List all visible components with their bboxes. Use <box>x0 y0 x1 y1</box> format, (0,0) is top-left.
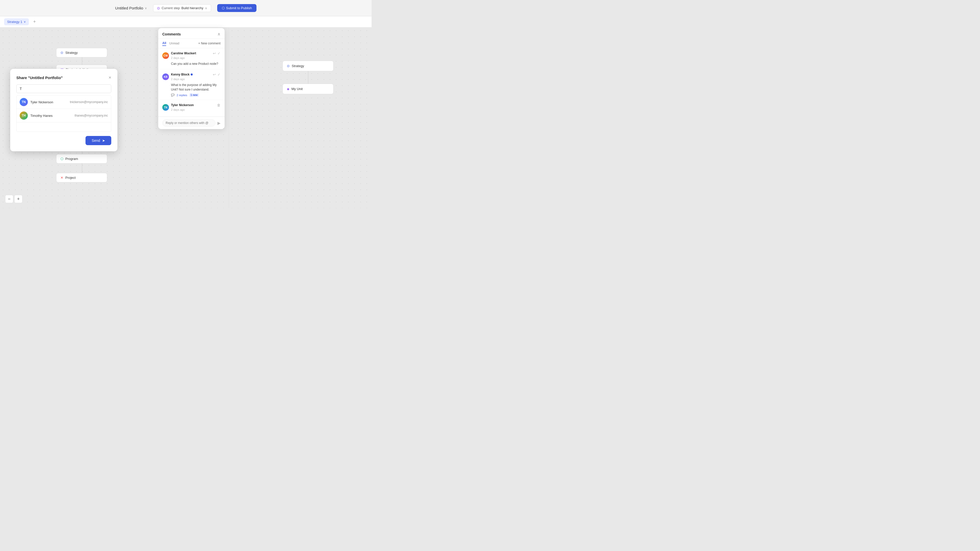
user-avatar-tyler: TN <box>20 98 28 106</box>
resolve-kenny-button[interactable]: ✓ <box>218 73 221 76</box>
comment-meta-tyler: TN Tyler Nickerson 🗑 2 days ago <box>162 103 221 112</box>
replies-icon: 💬 <box>171 94 175 97</box>
reply-input-area: ▶ <box>158 117 224 129</box>
close-icon: × <box>108 75 111 80</box>
send-arrow-icon: ➤ <box>102 138 105 143</box>
zoom-out-button[interactable]: − <box>5 195 13 203</box>
comment-text-kenny: What is the purpose of adding My Unit? N… <box>171 83 221 92</box>
comment-avatar-caroline: CW <box>162 52 169 59</box>
share-search-input[interactable] <box>16 84 111 93</box>
strategy-node-icon: ⊙ <box>60 51 63 55</box>
right-node-strategy[interactable]: ⊙ Strategy <box>283 61 334 71</box>
current-step-label: Current step <box>162 6 180 10</box>
node-strategy[interactable]: ⊙ Strategy <box>56 48 107 57</box>
comment-time-kenny: 2 days ago <box>171 78 185 81</box>
step-name: Build hierarchy <box>181 6 204 10</box>
strategy-node-label: Strategy <box>65 51 78 55</box>
comment-author-tyler: Tyler Nickerson <box>171 103 217 107</box>
zoom-controls: − + <box>5 195 22 203</box>
comment-time-caroline: 2 days ago <box>171 56 185 59</box>
submit-label: Submit to Publish <box>226 6 252 10</box>
user-item-tyler[interactable]: TN Tyler Nickerson tnickerson@mycompany.… <box>17 95 111 109</box>
tab-chevron-icon: ∨ <box>24 20 26 24</box>
comment-meta-kenny: KB Kenny Block ↩ ✓ 2 days ago <box>162 73 221 81</box>
comment-avatar-tyler: TN <box>162 104 169 111</box>
submit-to-publish-button[interactable]: ⬡ Submit to Publish <box>217 4 256 12</box>
portfolio-title[interactable]: Untitled Portfolio ∨ <box>115 6 147 10</box>
project-label: Project <box>65 176 76 179</box>
comment-replies-kenny: 💬 2 replies 1 new <box>171 94 221 97</box>
strategy-tab[interactable]: Strategy 1 ∨ <box>4 18 29 25</box>
comment-thread-tyler: TN Tyler Nickerson 🗑 2 days ago <box>158 100 224 117</box>
portfolio-title-text: Untitled Portfolio <box>115 6 143 10</box>
replies-count[interactable]: 2 replies <box>177 94 187 97</box>
right-panel-canvas: ⊙ Strategy ◈ My Unit <box>229 27 372 208</box>
right-strategy-label: Strategy <box>292 64 304 68</box>
comments-panel: Comments ∧ All Unread + New comment CW C… <box>158 28 224 129</box>
modal-title: Share "Untitled Portfolio" <box>16 76 63 80</box>
tab-bar: Strategy 1 ∨ + <box>0 16 372 27</box>
strategy-tab-label: Strategy 1 <box>7 20 22 24</box>
user-email-timothy: thanes@mycompany.inc <box>75 114 108 118</box>
new-badge: 1 new <box>189 94 199 97</box>
portfolio-chevron-icon: ∨ <box>145 6 147 10</box>
node-project[interactable]: ✕ Project <box>56 173 107 183</box>
user-name-tyler: Tyler Nickerson <box>30 100 70 104</box>
comment-author-caroline: Caroline Wuckert <box>171 52 213 55</box>
reply-kenny-button[interactable]: ↩ <box>213 73 216 76</box>
comments-tabs: All Unread + New comment <box>158 39 224 48</box>
share-modal: Share "Untitled Portfolio" × TN Tyler Ni… <box>10 69 118 151</box>
collapse-icon: ∧ <box>218 32 221 36</box>
comments-collapse-button[interactable]: ∧ <box>218 32 221 37</box>
online-status-indicator <box>191 73 192 76</box>
comments-header: Comments ∧ <box>158 28 224 39</box>
comment-author-kenny: Kenny Block <box>171 73 189 76</box>
comment-actions-kenny: ↩ ✓ <box>213 73 221 76</box>
modal-footer: Send ➤ <box>16 136 111 145</box>
right-panel: ≣ Lemmata Untitled Portfolio ∨ Strategy … <box>229 0 372 208</box>
new-comment-button[interactable]: + New comment <box>198 41 221 45</box>
comment-time-tyler: 2 days ago <box>171 108 185 111</box>
new-comment-label: + New comment <box>198 41 221 45</box>
connector-line <box>82 57 82 65</box>
send-label: Send <box>92 138 100 143</box>
modal-header: Share "Untitled Portfolio" × <box>16 75 111 80</box>
submit-icon: ⬡ <box>222 6 224 10</box>
add-tab-button[interactable]: + <box>31 18 38 25</box>
comment-text-caroline: Can you add a new Product node? <box>171 62 221 66</box>
step-indicator: ⊙ Current step Build hierarchy ∨ <box>153 4 211 12</box>
right-myunit-icon: ◈ <box>287 87 290 91</box>
user-list: TN Tyler Nickerson tnickerson@mycompany.… <box>16 95 111 132</box>
step-chevron-icon: ∨ <box>205 6 207 10</box>
reply-input[interactable] <box>162 119 215 127</box>
connector-line-6 <box>82 163 82 173</box>
tab-all[interactable]: All <box>162 41 166 46</box>
reply-send-button[interactable]: ▶ <box>218 121 221 125</box>
send-button[interactable]: Send ➤ <box>86 136 111 145</box>
reply-caroline-button[interactable]: ↩ <box>213 51 216 56</box>
zoom-in-button[interactable]: + <box>14 195 22 203</box>
right-myunit-label: My Unit <box>291 87 303 91</box>
project-icon: ✕ <box>60 176 63 179</box>
add-tab-icon: + <box>33 19 36 24</box>
program-label: Program <box>65 157 78 161</box>
user-avatar-timothy: TH <box>20 111 28 120</box>
top-bar: Untitled Portfolio ∨ ⊙ Current step Buil… <box>0 0 372 16</box>
tab-unread[interactable]: Unread <box>169 41 179 46</box>
node-program[interactable]: ⬡ Program <box>56 154 107 164</box>
resolve-caroline-button[interactable]: ✓ <box>218 51 221 56</box>
user-item-empty <box>17 122 111 132</box>
comment-meta-caroline: CW Caroline Wuckert ↩ ✓ 2 days ago <box>162 51 221 60</box>
modal-close-button[interactable]: × <box>108 75 111 80</box>
right-node-myunit[interactable]: ◈ My Unit <box>283 84 334 94</box>
comments-title: Comments <box>162 32 181 36</box>
comment-actions-caroline: ↩ ✓ <box>213 51 221 56</box>
zoom-out-icon: − <box>8 197 11 202</box>
delete-tyler-button[interactable]: 🗑 <box>217 103 221 107</box>
reply-send-icon: ▶ <box>218 121 221 125</box>
user-item-timothy[interactable]: TH Timothy Hanes thanes@mycompany.inc <box>17 109 111 122</box>
user-email-tyler: tnickerson@mycompany.inc <box>70 100 108 104</box>
comment-thread-caroline: CW Caroline Wuckert ↩ ✓ 2 days ago Can y… <box>158 48 224 69</box>
comment-thread-kenny: KB Kenny Block ↩ ✓ 2 days ago What is th… <box>158 69 224 100</box>
comment-avatar-kenny: KB <box>162 73 169 80</box>
